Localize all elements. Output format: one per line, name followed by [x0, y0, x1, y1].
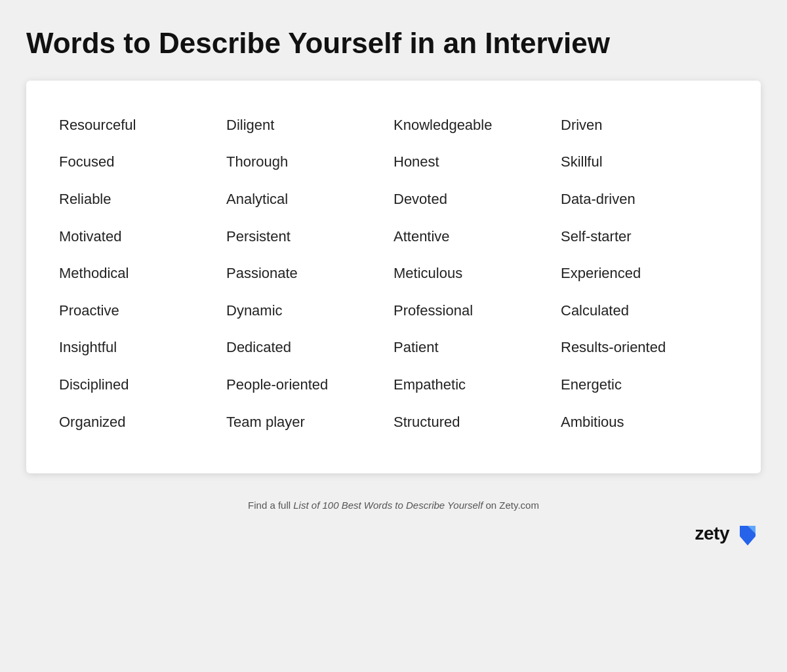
footer-text: Find a full List of 100 Best Words to De…	[248, 500, 539, 511]
list-item: Proactive	[59, 292, 226, 330]
list-item: Team player	[226, 404, 394, 441]
list-item: Focused	[59, 144, 226, 181]
list-item: Diligent	[226, 107, 394, 144]
footer-link-text: List of 100 Best Words to Describe Yours…	[293, 500, 483, 511]
word-column-4: Driven Skillful Data-driven Self-starter…	[561, 107, 728, 441]
word-column-3: Knowledgeable Honest Devoted Attentive M…	[394, 107, 561, 441]
list-item: Dynamic	[226, 292, 394, 330]
word-column-2: Diligent Thorough Analytical Persistent …	[226, 107, 394, 441]
list-item: Methodical	[59, 255, 226, 292]
list-item: Knowledgeable	[394, 107, 561, 144]
list-item: Experienced	[561, 255, 728, 292]
list-item: Persistent	[226, 218, 394, 256]
list-item: Analytical	[226, 181, 394, 218]
list-item: Self-starter	[561, 218, 728, 256]
list-item: Devoted	[394, 181, 561, 218]
list-item: People-oriented	[226, 366, 394, 404]
list-item: Disciplined	[59, 366, 226, 404]
list-item: Patient	[394, 329, 561, 366]
list-item: Ambitious	[561, 404, 728, 441]
word-column-1: Resourceful Focused Reliable Motivated M…	[59, 107, 226, 441]
list-item: Results-oriented	[561, 329, 728, 366]
footer-suffix: on Zety.com	[483, 500, 539, 511]
list-item: Attentive	[394, 218, 561, 256]
footer-prefix: Find a full	[248, 500, 293, 511]
list-item: Calculated	[561, 292, 728, 330]
zety-logo-text: zety	[695, 523, 729, 544]
list-item: Dedicated	[226, 329, 394, 366]
list-item: Passionate	[226, 255, 394, 292]
list-item: Honest	[394, 144, 561, 181]
list-item: Professional	[394, 292, 561, 330]
list-item: Energetic	[561, 366, 728, 404]
word-card: Resourceful Focused Reliable Motivated M…	[26, 81, 761, 473]
list-item: Skillful	[561, 144, 728, 181]
list-item: Structured	[394, 404, 561, 441]
list-item: Data-driven	[561, 181, 728, 218]
list-item: Reliable	[59, 181, 226, 218]
list-item: Motivated	[59, 218, 226, 256]
word-grid: Resourceful Focused Reliable Motivated M…	[59, 107, 728, 441]
list-item: Meticulous	[394, 255, 561, 292]
list-item: Resourceful	[59, 107, 226, 144]
zety-branding: zety	[26, 521, 761, 547]
list-item: Driven	[561, 107, 728, 144]
zety-logo-icon	[735, 521, 761, 547]
list-item: Empathetic	[394, 366, 561, 404]
list-item: Insightful	[59, 329, 226, 366]
list-item: Thorough	[226, 144, 394, 181]
list-item: Organized	[59, 404, 226, 441]
page-title: Words to Describe Yourself in an Intervi…	[26, 26, 761, 61]
